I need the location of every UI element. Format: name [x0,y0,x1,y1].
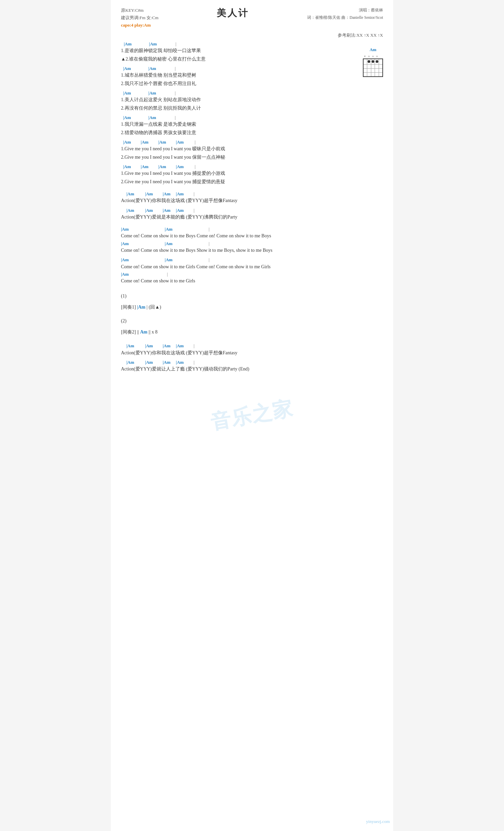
pipe-end: | [156,90,176,96]
bridge2-section: |Am |Am |Am |Am | Action(爱YYY)爱就是本能的瘾 (爱… [121,207,383,221]
chord-fret-row [363,68,383,73]
spacer [131,164,141,170]
spacer [166,164,176,170]
interlude1-section: (1) [间奏1] |Am | (回▲) [121,292,383,311]
outro-bridge2-lyric1: Action(爱YYY)爱就让人上了瘾 (爱YYY)骚动我们的Party (En… [121,365,383,373]
bridge1-section: |Am |Am |Am |Am | Action(爱YYY)你和我在这场戏 (爱… [121,191,383,205]
credits-line: 词：崔惟楷/陈天佑 曲：Danielle Senior/Scot [307,14,383,22]
chord-am: |Am [176,191,184,197]
chord-am: |Am [158,139,166,145]
bridge2-chord-row: |Am |Am |Am |Am | [121,207,383,213]
spacer [132,41,149,47]
verse4-section: |Am |Am | 1.我只泄漏一点线索 是谁为爱走钢索 2.猎爱动物的诱捕器 … [121,115,383,137]
chorus1-lyric2: 2.Give me you I need you I want you 保留一点… [121,154,383,161]
bridge2-lyric1: Action(爱YYY)爱就是本能的瘾 (爱YYY)沸腾我们的Party [121,213,383,221]
come-on2-chord-row2: |Am | [121,271,383,277]
spacer [131,115,149,121]
spacer [121,207,126,213]
header-center: 美人计 [158,7,307,20]
chord-am: |Am [145,343,153,349]
chord-am: |Am [126,360,134,365]
interlude1-content: [间奏1] |Am | (回▲) [121,303,383,311]
chorus2-section: |Am |Am |Am |Am | 1.Give me you I need y… [121,164,383,185]
interlude1-chord: |Am [137,305,146,310]
chord-am: |Am [162,360,170,365]
suggested-key: 建议男调:Fm 女:Cm [121,14,158,22]
chord-am: |Am [176,360,184,365]
song-title: 美人计 [158,7,307,20]
chord-am: |Am [124,41,132,47]
pipe-end: | [172,241,209,247]
chord-am: |Am [176,164,184,170]
watermark-url: yinyuezj.com [366,819,390,824]
come-on1-lyric2: Come on! Come on show it to me Boys Show… [121,247,383,254]
spacer [134,191,145,197]
chord-am: |Am [149,90,156,96]
chord-am: |Am [145,191,153,197]
pipe-end: | [184,139,196,145]
header-right: 演唱：蔡依林 词：崔惟楷/陈天佑 曲：Danielle Senior/Scot [307,7,383,21]
pipe-end: | [172,257,209,263]
chord-fret-row [363,64,383,68]
chorus1-lyric1: 1.Give me you I need you I want you 暧昧只是… [121,145,383,153]
chord-am: |Am [126,343,134,349]
chord-am: |Am [126,191,134,197]
chord-am: |Am [176,343,184,349]
string-marker: × [364,54,366,58]
header-left: 原KEY:C#m 建议男调:Fm 女:Cm capo:4 play:Am [121,7,158,29]
chord-diagram-name: Am [363,47,383,52]
come-on1-lyric1: Come on! Come on show it to me Boys Come… [121,232,383,240]
spacer [131,90,149,96]
pipe-end: | [156,65,176,71]
chorus1-section: |Am |Am |Am |Am | 1.Give me you I need y… [121,139,383,161]
chorus1-chord-row: |Am |Am |Am |Am | [121,139,383,145]
string-marker: ○ [368,54,370,58]
chord-am: |Am [165,226,172,232]
pipe [121,41,123,47]
chord-am: |Am [121,226,129,232]
spacer [121,191,126,197]
come-on2-lyric1: Come on! Come on show it to me Girls Com… [121,263,383,270]
pipe-end: | [157,41,176,47]
chorus2-chord-row: |Am |Am |Am |Am | [121,164,383,170]
interlude1-bracket: [间奏1] [121,305,137,310]
spacer [153,360,162,365]
spacer [170,343,176,349]
verse3-lyric2: 2.再没有任何的禁忌 别抗拒我的美人计 [121,105,383,112]
pipe-end: | [184,207,195,213]
outro-bridge1-chord-row: |Am |Am |Am |Am | [121,343,383,349]
original-key: 原KEY:C#m [121,7,158,14]
chord-am: |Am [165,241,172,247]
pipe-end: | [184,360,195,365]
chorus2-lyric1: 1.Give me you I need you I want you 捕捉爱的… [121,170,383,177]
verse2-lyric2: 2.我只不过补个唇蜜 你也不用注目礼 [121,80,383,87]
spacer [153,191,162,197]
chord-am: |Am [123,90,131,96]
verse4-lyric2: 2.猎爱动物的诱捕器 男孩女孩要注意 [121,129,383,137]
pipe-end: | [184,164,196,170]
chord-am: |Am [149,41,157,47]
spacer [170,360,176,365]
pipe-end: | [156,115,176,121]
spacer [170,207,176,213]
verse3-chord-row: |Am |Am | [121,90,383,96]
spacer [134,207,145,213]
spacer [121,360,126,365]
spacer [153,207,162,213]
spacer [129,271,167,277]
chord-am: |Am [162,191,170,197]
come-on1-section: |Am |Am | Come on! Come on show it to me… [121,226,383,254]
chord-am: |Am [121,257,129,263]
pipe-end: | [184,343,195,349]
spacer [134,360,145,365]
chord-am: |Am [176,207,184,213]
verse2-chord-row: |Am |Am | [121,65,383,71]
chord-am: |Am [141,139,149,145]
chord-am: |Am [123,65,131,71]
chord-am: |Am [121,271,129,277]
interlude1-label: (1) [121,292,383,300]
string-marker: ○ [376,54,378,58]
bridge1-lyric1: Action(爱YYY)你和我在这场戏 (爱YYY)超乎想像Fantasy [121,197,383,204]
come-on2-lyric2: Come on! Come on show it to me Girls [121,277,383,285]
chord-am: |Am [162,207,170,213]
